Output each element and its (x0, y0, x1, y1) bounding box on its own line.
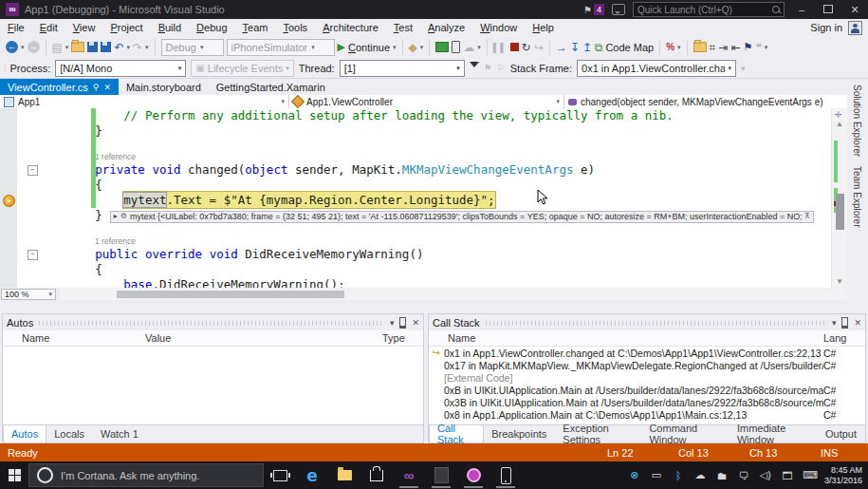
network-tray-icon[interactable]: ⊗ (628, 469, 641, 481)
tab-call-stack[interactable]: Call Stack (429, 425, 484, 442)
breadcrumb-type[interactable]: App1.ViewController ▾ (289, 95, 564, 108)
tab-main-storyboard[interactable]: Main.storyboard (119, 79, 209, 95)
file-explorer-button[interactable] (328, 461, 360, 489)
column-header-name[interactable]: Name (429, 332, 823, 344)
process-dropdown[interactable]: [N/A] Mono▾ (55, 60, 186, 77)
breadcrumb-member[interactable]: changed(object sender, MKMapViewChangeEv… (564, 95, 868, 108)
diagnostics-icon[interactable]: % (666, 42, 674, 52)
collapse-icon[interactable]: − (28, 250, 38, 260)
pin-icon[interactable] (399, 317, 406, 329)
zoom-dropdown[interactable]: 100 %▾ (1, 289, 56, 300)
breadcrumb-project[interactable]: App1 ▾ (0, 95, 289, 108)
immediate-window-icon[interactable]: ⌗ (710, 40, 716, 55)
cortana-search-input[interactable]: I'm Cortana. Ask me anything. (28, 463, 264, 487)
message-icon[interactable]: 🗨 (737, 470, 750, 481)
volume-icon[interactable]: ◁⟩ (759, 469, 772, 481)
tab-watch-1[interactable]: Watch 1 (93, 425, 147, 442)
toolbar-overflow-grip[interactable]: ▾ (741, 64, 745, 73)
callstack-row[interactable]: [External Code] (429, 371, 865, 384)
tab-viewcontroller-cs[interactable]: ViewController.cs⚲✕ (0, 79, 119, 95)
action-center-icon[interactable]: 🗔 (781, 470, 794, 481)
undo-dropdown[interactable]: ▾ (126, 44, 130, 51)
device-phone-icon[interactable] (452, 41, 460, 53)
new-file-dropdown[interactable]: ▾ (65, 44, 69, 51)
menu-debug[interactable]: Debug (189, 21, 234, 34)
taskbar-clock[interactable]: 8:45 AM 3/31/2016 (824, 465, 862, 486)
scrollbar-thumb[interactable] (836, 194, 844, 230)
current-statement-icon[interactable]: ➤ (3, 195, 15, 207)
notifications-button[interactable]: ⚑ 4 (583, 4, 604, 15)
callstack-row[interactable]: ↪0x1 in App1.ViewController.changed at C… (429, 347, 865, 359)
datatip[interactable]: ▸⚙mytext {<UILabel: 0x7bd7a380; frame = … (110, 211, 814, 223)
sign-in-link[interactable]: Sign in (810, 22, 842, 33)
close-icon[interactable]: ✕ (854, 318, 861, 328)
step-out-icon[interactable]: ↥ (582, 40, 592, 55)
column-header-lang[interactable]: Lang (823, 332, 865, 344)
menu-help[interactable]: Help (525, 21, 562, 34)
toolbar-grip[interactable]: ⁞ (4, 64, 6, 73)
keyboard-icon[interactable]: ⌨ (803, 469, 816, 481)
menu-architecture[interactable]: Architecture (315, 21, 386, 34)
display-tray-icon[interactable]: ▭ (650, 469, 663, 481)
solution-configuration-dropdown[interactable]: Debug▾ (161, 39, 224, 56)
close-button[interactable]: ✕ (845, 4, 864, 16)
onedrive-icon[interactable]: ☁ (693, 469, 707, 481)
column-header-name[interactable]: Name (3, 332, 145, 344)
navigate-back-icon[interactable]: ← (6, 41, 18, 53)
menu-view[interactable]: View (65, 21, 103, 34)
continue-play-icon[interactable]: ▶ (338, 41, 345, 53)
pin-icon[interactable] (841, 317, 848, 329)
breakpoint-window-icon[interactable] (693, 42, 707, 52)
restart-icon[interactable]: ↻ (522, 40, 531, 55)
show-next-statement-icon[interactable]: ↪ (534, 40, 544, 55)
feedback-icon[interactable] (612, 4, 625, 15)
menu-window[interactable]: Window (472, 21, 525, 34)
expand-icon[interactable]: ▸ (114, 209, 118, 224)
splitter-grip-icon[interactable]: ✛ (835, 110, 842, 120)
new-file-icon[interactable]: ▤ (52, 40, 63, 55)
indent-icon[interactable]: ⇥ (718, 40, 728, 55)
minimize-button[interactable]: – (792, 4, 811, 15)
menu-project[interactable]: Project (102, 21, 150, 34)
window-position-icon[interactable]: ▾ (832, 318, 837, 328)
step-over-icon[interactable]: → (556, 40, 567, 55)
menu-test[interactable]: Test (386, 21, 420, 34)
thread-dropdown[interactable]: [1]▾ (340, 60, 465, 77)
navigate-back-dropdown[interactable]: ▾ (21, 44, 25, 51)
redo-icon[interactable]: ↷ (133, 40, 142, 55)
column-header-type[interactable]: Type (382, 332, 423, 344)
tab-output[interactable]: Output (818, 425, 865, 442)
scroll-up-icon[interactable]: ▲ (836, 120, 843, 128)
quick-launch-input[interactable]: Quick Launch (Ctrl+Q) (633, 2, 785, 17)
redo-dropdown[interactable]: ▾ (145, 44, 149, 51)
outdent-icon[interactable]: ⇤ (730, 40, 740, 55)
avatar-icon[interactable] (848, 21, 862, 35)
visual-studio-button[interactable]: ∞ (393, 461, 425, 489)
pin-icon[interactable]: ⊼ (804, 209, 810, 224)
tab-team-explorer[interactable]: Team Explorer (852, 166, 862, 227)
filter-icon[interactable] (470, 62, 479, 72)
flagged-only-icon[interactable]: ⚐ (497, 63, 506, 73)
restore-button[interactable] (819, 4, 838, 15)
store-button[interactable] (360, 461, 393, 489)
callstack-row[interactable]: 0x17 in MapKit.MKMapView._MKMapViewDeleg… (429, 359, 865, 371)
column-header-value[interactable]: Value (145, 332, 382, 344)
code-map-button[interactable]: Code Map (605, 42, 654, 53)
device-screen-icon[interactable] (435, 42, 449, 52)
scroll-down-icon[interactable]: ▼ (836, 277, 843, 286)
close-icon[interactable]: ✕ (103, 83, 111, 92)
tab-exception-settings[interactable]: Exception Settings (555, 425, 641, 442)
navigate-forward-icon[interactable]: → (28, 41, 40, 53)
tab-command-window[interactable]: Command Window (641, 425, 729, 442)
editor-vertical-scrollbar[interactable]: ✛ ▲ ▼ (831, 108, 847, 288)
stack-frame-dropdown[interactable]: 0x1 in App1.ViewController.changed at C'… (577, 60, 736, 77)
break-all-icon[interactable]: ▌▌ (493, 43, 508, 52)
menu-tools[interactable]: Tools (275, 21, 315, 34)
recorder-button[interactable] (457, 461, 489, 489)
tab-gettingstarted-xamarin[interactable]: GettingStarted.Xamarin (209, 79, 333, 95)
tab-immediate-window[interactable]: Immediate Window (729, 425, 818, 442)
step-into-icon[interactable]: ↧ (570, 40, 580, 55)
menu-analyze[interactable]: Analyze (420, 21, 472, 34)
callstack-row[interactable]: 0x8 in App1.Application.Main at C:\Demos… (429, 408, 865, 421)
save-all-icon[interactable] (101, 42, 111, 52)
